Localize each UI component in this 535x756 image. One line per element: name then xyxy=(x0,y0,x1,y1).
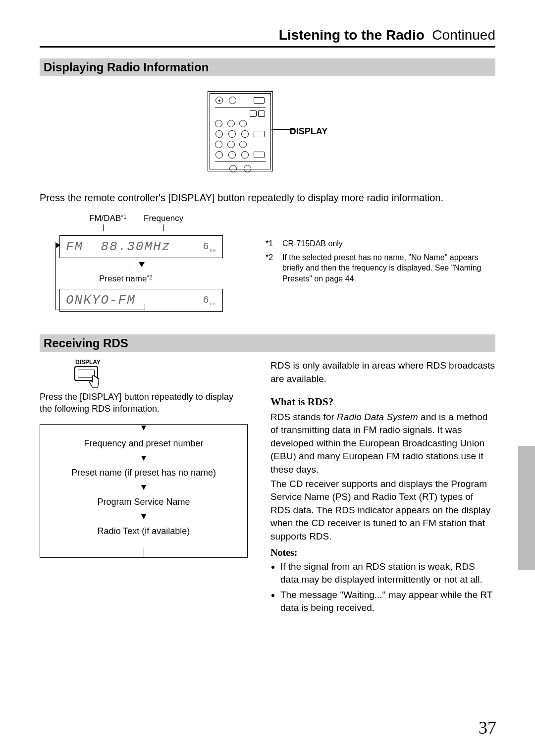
section-receiving-rds: Receiving RDS xyxy=(40,334,495,352)
fmdab-label: FM/DAB*1 xyxy=(89,214,127,223)
header-bold: Listening to the Radio xyxy=(279,27,425,43)
what-is-rds-heading: What is RDS? xyxy=(270,395,495,409)
flow-step: Program Service Name xyxy=(45,497,242,507)
notes-heading: Notes: xyxy=(270,545,495,559)
arrow-down-icon xyxy=(141,426,146,431)
page-number: 37 xyxy=(479,717,496,738)
preset-name-label: Preset name*2 xyxy=(99,274,153,284)
display-button-icon: DISPLAY xyxy=(74,366,109,381)
section-displaying-radio-info: Displaying Radio Information xyxy=(40,58,495,76)
notes-list: If the signal from an RDS station is wea… xyxy=(270,560,495,615)
hand-pointer-icon xyxy=(86,373,104,393)
rds-flow-diagram: Frequency and preset number Preset name … xyxy=(40,424,248,558)
rds-support-text: The CD receiver supports and displays th… xyxy=(270,478,495,543)
remote-display-button xyxy=(254,131,265,137)
arrow-down-icon xyxy=(139,262,145,267)
arrow-down-icon xyxy=(141,485,146,490)
footnotes: *1 CR-715DAB only *2 If the selected pre… xyxy=(266,238,495,284)
display-label: DISPLAY xyxy=(290,126,327,137)
instruction-text: Press the remote controller's [DISPLAY] … xyxy=(40,191,495,205)
arrow-down-icon xyxy=(141,514,146,519)
arrow-down-icon xyxy=(141,456,146,461)
flow-step: Frequency and preset number xyxy=(45,438,242,449)
lcd-display-frequency: FM 88.30MHz 6CH xyxy=(59,235,223,258)
rds-availability-text: RDS is only available in areas where RDS… xyxy=(270,359,495,385)
note-item: The message "Waiting..." may appear whil… xyxy=(280,589,495,615)
rds-left-intro: Press the [DISPLAY] button repeatedly to… xyxy=(40,391,248,415)
frequency-label: Frequency xyxy=(144,214,183,223)
page-header: Listening to the Radio Continued xyxy=(40,27,495,48)
flow-step: Radio Text (if available) xyxy=(45,526,242,537)
lcd-display-preset-name: ONKYO-FM 6CH xyxy=(59,289,223,312)
what-is-rds-body: RDS stands for Radio Data System and is … xyxy=(270,411,495,477)
flow-step: Preset name (if preset has no name) xyxy=(45,468,242,478)
note-item: If the signal from an RDS station is wea… xyxy=(280,560,495,587)
rds-right-column: RDS is only available in areas where RDS… xyxy=(270,359,495,617)
side-tab xyxy=(518,446,535,570)
remote-controller-illustration xyxy=(208,91,273,171)
